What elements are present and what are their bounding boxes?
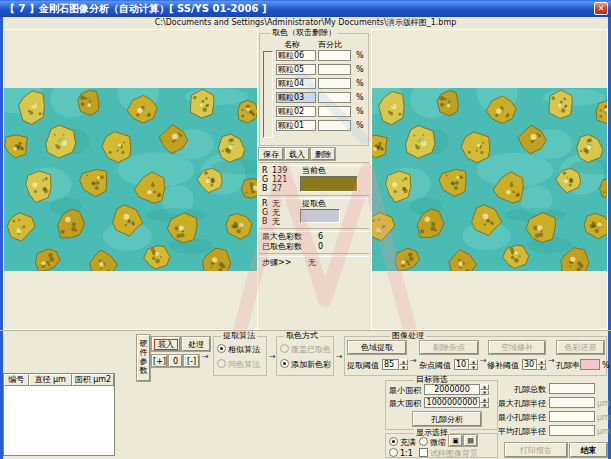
particle-name-input[interactable]	[276, 64, 316, 75]
min-area-input[interactable]	[424, 384, 480, 395]
name-column-header: 名称	[284, 40, 300, 49]
unit-um: μm	[597, 399, 610, 408]
flow-arrow-icon: →	[202, 352, 209, 361]
image-proc-title: 图像处理	[390, 332, 426, 340]
repair-threshold-spinner[interactable]: ▲▼	[537, 359, 546, 370]
title-bar[interactable]: 【 7 】金刚石图像分析（自动计算）[ SS/YS 01-2006 ]	[0, 0, 611, 17]
particle-name-input[interactable]	[276, 50, 316, 61]
particle-name-input[interactable]	[276, 106, 316, 117]
radio-similar-algo[interactable]: 相似算法	[217, 344, 260, 354]
percent-sign: %	[356, 79, 364, 88]
counter-button[interactable]: 0	[169, 355, 182, 367]
flow-arrow-icon: →	[548, 356, 555, 365]
radio-icon	[419, 437, 428, 446]
spinner-down-icon[interactable]: ▼	[469, 365, 478, 371]
target-filter-title: 目标筛选	[414, 376, 450, 384]
load-colors-button[interactable]: 载入	[285, 148, 309, 160]
current-r-value: 139	[272, 166, 287, 175]
remove-noise-button[interactable]: 剔除杂点	[420, 341, 478, 354]
sample-image-right[interactable]	[372, 88, 607, 271]
extract-algo-groupbox	[213, 336, 267, 376]
particle-percent-input[interactable]	[318, 92, 351, 103]
extract-threshold-input[interactable]	[382, 359, 399, 370]
print-report-button[interactable]: 打印报告	[505, 443, 567, 457]
percent-sign: %	[356, 51, 364, 60]
zoom-out-icon[interactable]: ▤	[464, 435, 477, 446]
pore-avg-radius-input[interactable]	[549, 425, 595, 436]
extract-color-label: 提取色	[302, 199, 326, 208]
particle-percent-input[interactable]	[318, 120, 351, 131]
radio-overwrite-color[interactable]: 覆盖已取色	[280, 344, 331, 354]
max-area-label: 最大面积	[389, 399, 421, 408]
particle-percent-input[interactable]	[318, 64, 351, 75]
pick-mode-title: 取色方式	[284, 332, 320, 340]
min-area-label: 最小面积	[389, 386, 421, 395]
close-icon[interactable]: ✕	[594, 2, 608, 15]
col-diameter[interactable]: 直径 μm	[29, 374, 72, 386]
results-table[interactable]: 编号 直径 μm 面积 μm2	[3, 373, 115, 456]
radio-same-color-algo[interactable]: 同色算法	[217, 359, 260, 369]
pore-total-input[interactable]	[549, 383, 595, 394]
color-extract-button[interactable]: 色域提取	[348, 341, 406, 354]
particle-name-input[interactable]	[276, 120, 316, 131]
space-repair-button[interactable]: 空域修补	[489, 341, 545, 354]
pore-analysis-button[interactable]: 孔隙分析	[413, 412, 481, 426]
current-g-label: G	[262, 175, 268, 184]
particle-name-input[interactable]	[276, 92, 316, 103]
plus-button[interactable]: [+]	[152, 355, 167, 367]
results-table-header: 编号 直径 μm 面积 μm2	[4, 374, 114, 386]
radio-one-to-one[interactable]: 1:1	[389, 448, 413, 458]
current-b-label: B	[262, 184, 268, 193]
radio-add-new-color[interactable]: 添加新色彩	[280, 359, 331, 369]
pick-mode-groupbox	[276, 336, 334, 376]
flow-arrow-icon: →	[410, 356, 417, 365]
process-button[interactable]: 处理	[182, 337, 210, 351]
radio-icon	[280, 359, 289, 368]
radio-fill[interactable]: 充满	[389, 437, 416, 447]
radio-mini[interactable]: 微缩	[419, 437, 446, 447]
pore-min-radius-label: 最小孔隙半径	[486, 413, 546, 422]
porosity-input[interactable]	[580, 359, 600, 370]
taken-colors-value: 0	[318, 242, 323, 251]
max-area-input[interactable]	[424, 397, 480, 408]
noise-threshold-spinner[interactable]: ▲▼	[469, 359, 478, 370]
save-button[interactable]: 保存	[259, 148, 283, 160]
noise-threshold-input[interactable]	[454, 359, 469, 370]
col-area[interactable]: 面积 μm2	[72, 374, 114, 386]
unit-um: μm	[597, 413, 610, 422]
extract-b-label: B	[262, 217, 268, 226]
display-select-title: 显示选择	[414, 429, 450, 437]
extract-threshold-spinner[interactable]: ▲▼	[399, 359, 408, 370]
spinner-down-icon[interactable]: ▼	[399, 365, 408, 371]
flow-arrow-icon: →	[480, 356, 487, 365]
taken-colors-label: 已取色彩数	[262, 242, 302, 251]
pore-min-radius-input[interactable]	[549, 411, 595, 422]
delete-button[interactable]: 删除	[311, 148, 335, 160]
load-image-button[interactable]: 装入	[152, 337, 180, 351]
particle-name-input[interactable]	[276, 78, 316, 89]
particle-percent-input[interactable]	[318, 78, 351, 89]
flow-arrow-icon: →	[269, 352, 276, 361]
spinner-down-icon[interactable]: ▼	[537, 365, 546, 371]
current-color-label: 当前色	[302, 166, 326, 175]
hardware-params-button[interactable]: 硬件参数	[137, 335, 150, 381]
current-color-swatch	[300, 176, 358, 192]
zoom-in-icon[interactable]: ▣	[449, 435, 462, 446]
color-swatch-strip	[263, 51, 273, 138]
particle-percent-input[interactable]	[318, 50, 351, 61]
repair-threshold-input[interactable]	[522, 359, 537, 370]
end-button[interactable]: 结束	[570, 443, 607, 457]
app-window: 【 7 】金刚石图像分析（自动计算）[ SS/YS 01-2006 ] ✕ C:…	[0, 0, 611, 459]
color-restore-button[interactable]: 色彩还原	[557, 341, 604, 354]
current-b-value: 27	[272, 184, 282, 193]
current-r-label: R	[262, 166, 268, 175]
sample-image-left[interactable]	[4, 88, 257, 271]
pore-max-radius-input[interactable]	[549, 397, 595, 408]
particle-percent-input[interactable]	[318, 106, 351, 117]
checkbox-sample-background[interactable]: 试样图像背景	[419, 448, 478, 458]
extract-g-value: 无	[272, 208, 280, 217]
minus-button[interactable]: [-]	[184, 355, 199, 367]
max-colors-label: 最大色彩数	[262, 232, 302, 241]
noise-threshold-label: 杂点阈值	[419, 361, 451, 370]
col-id[interactable]: 编号	[4, 374, 29, 386]
